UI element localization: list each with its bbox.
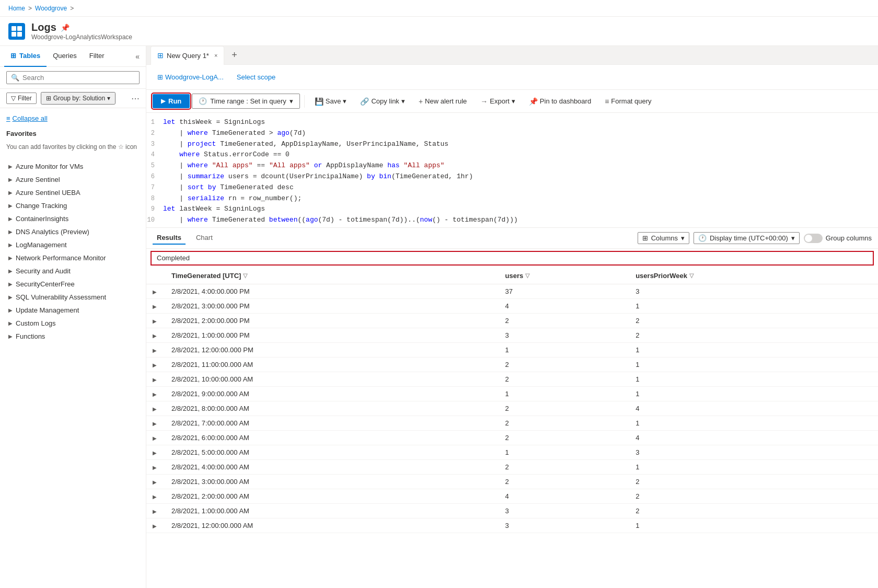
alert-icon: +: [419, 97, 423, 106]
row-expand-icon[interactable]: ▶: [153, 348, 157, 353]
sidebar-tree-item[interactable]: ▶Change Tracking: [0, 199, 146, 212]
sidebar-tree-item[interactable]: ▶Custom Logs: [0, 317, 146, 330]
sidebar-tree-item[interactable]: ▶Azure Monitor for VMs: [0, 160, 146, 173]
users-prior-week-cell: 2: [629, 504, 878, 518]
select-scope-button[interactable]: Select scope: [233, 71, 280, 83]
format-query-button[interactable]: ≡ Format query: [599, 94, 657, 109]
pin-to-dashboard-button[interactable]: 📌 Pin to dashboard: [523, 94, 597, 109]
row-expand-icon[interactable]: ▶: [153, 362, 157, 368]
row-expand-icon[interactable]: ▶: [153, 406, 157, 412]
filter-button[interactable]: ▽ Filter: [6, 93, 37, 104]
code-editor[interactable]: 1let thisWeek = SigninLogs2 | where Time…: [146, 113, 878, 228]
row-expand-icon[interactable]: ▶: [153, 509, 157, 514]
row-expand-icon[interactable]: ▶: [153, 377, 157, 383]
chevron-right-icon: ▶: [8, 320, 13, 326]
columns-selector[interactable]: ⊞ Columns ▾: [638, 232, 689, 244]
table-row: ▶2/8/2021, 1:00:00.000 PM32: [146, 328, 878, 343]
sidebar-filter-row: ▽ Filter ⊞ Group by: Solution ▾ ⋯: [0, 89, 146, 108]
time-generated-cell: 2/8/2021, 7:00:00.000 AM: [165, 416, 499, 431]
workspace-selector[interactable]: ⊞ Woodgrove-LogA...: [153, 71, 228, 84]
line-content: | where TimeGenerated between((ago(7d) -…: [163, 215, 878, 226]
sidebar-tree-item[interactable]: ▶SecurityCenterFree: [0, 278, 146, 291]
query-tab-close[interactable]: ×: [214, 52, 217, 59]
sidebar-tree-item[interactable]: ▶SQL Vulnerability Assessment: [0, 291, 146, 304]
collapse-sidebar-button[interactable]: «: [133, 50, 142, 63]
sidebar-tree-item[interactable]: ▶Update Management: [0, 304, 146, 317]
code-line: 9let lastWeek = SigninLogs: [146, 204, 878, 215]
save-button[interactable]: 💾 Save ▾: [309, 94, 353, 109]
table-column-header[interactable]: users▽: [499, 268, 630, 284]
row-expand-icon[interactable]: ▶: [153, 421, 157, 426]
time-display-selector[interactable]: 🕐 Display time (UTC+00:00) ▾: [694, 232, 800, 244]
results-tab-results[interactable]: Results: [153, 232, 186, 245]
new-alert-rule-button[interactable]: + New alert rule: [413, 94, 472, 109]
row-expand-icon[interactable]: ▶: [153, 435, 157, 441]
line-content: | project TimeGenerated, AppDisplayName,…: [163, 139, 878, 150]
time-range-button[interactable]: 🕐 Time range : Set in query ▾: [192, 94, 299, 109]
copy-link-button[interactable]: 🔗 Copy link ▾: [354, 94, 410, 109]
row-expand-icon[interactable]: ▶: [153, 318, 157, 324]
group-by-button[interactable]: ⊞ Group by: Solution ▾: [41, 92, 115, 105]
table-row: ▶2/8/2021, 1:00:00.000 AM32: [146, 504, 878, 518]
sidebar-tree-item[interactable]: ▶Azure Sentinel: [0, 173, 146, 186]
collapse-all-button[interactable]: ≡ Collapse all: [0, 112, 146, 124]
table-row: ▶2/8/2021, 10:00:00.000 AM21: [146, 372, 878, 387]
column-filter-icon[interactable]: ▽: [525, 272, 529, 279]
users-cell: 2: [499, 416, 630, 431]
chevron-right-icon: ▶: [8, 333, 13, 339]
time-generated-cell: 2/8/2021, 1:00:00.000 AM: [165, 504, 499, 518]
table-column-header[interactable]: TimeGenerated [UTC]▽: [165, 268, 499, 284]
query-tab-new-query[interactable]: ⊞ New Query 1* ×: [151, 46, 224, 65]
chevron-right-icon: ▶: [8, 203, 13, 209]
chevron-right-icon: ▶: [8, 255, 13, 261]
row-expand-icon[interactable]: ▶: [153, 465, 157, 470]
column-filter-icon[interactable]: ▽: [689, 272, 694, 279]
sidebar-tab-filter[interactable]: Filter: [83, 46, 111, 67]
users-cell: 1: [499, 445, 630, 460]
row-expand-icon[interactable]: ▶: [153, 391, 157, 397]
time-generated-cell: 2/8/2021, 2:00:00.000 AM: [165, 489, 499, 504]
play-icon: ▶: [161, 98, 165, 105]
breadcrumb-woodgrove[interactable]: Woodgrove: [35, 5, 67, 12]
export-button[interactable]: → Export ▾: [475, 94, 521, 109]
export-chevron-icon: ▾: [512, 97, 515, 105]
row-expand-icon[interactable]: ▶: [153, 289, 157, 295]
row-expand-icon[interactable]: ▶: [153, 304, 157, 309]
sidebar-tree-item[interactable]: ▶Azure Sentinel UEBA: [0, 186, 146, 199]
row-expand-icon[interactable]: ▶: [153, 523, 157, 529]
group-cols-toggle-switch[interactable]: [804, 234, 823, 243]
sidebar-tab-queries[interactable]: Queries: [47, 46, 83, 67]
code-line: 6 | summarize users = dcount(UserPrincip…: [146, 171, 878, 182]
breadcrumb-home[interactable]: Home: [8, 5, 25, 12]
sidebar-tree-item[interactable]: ▶Security and Audit: [0, 264, 146, 278]
row-expand-icon[interactable]: ▶: [153, 479, 157, 485]
table-row: ▶2/8/2021, 4:00:00.000 AM21: [146, 460, 878, 475]
table-column-header[interactable]: usersPriorWeek▽: [629, 268, 878, 284]
app-title: Logs 📌: [31, 21, 132, 33]
query-tab-icon: ⊞: [157, 51, 164, 60]
more-options-icon[interactable]: ⋯: [131, 94, 140, 103]
sidebar-tree-item[interactable]: ▶ContainerInsights: [0, 212, 146, 225]
pin-icon[interactable]: 📌: [61, 24, 70, 32]
row-expand-icon[interactable]: ▶: [153, 450, 157, 456]
results-tab-chart[interactable]: Chart: [192, 232, 217, 245]
add-query-tab-button[interactable]: +: [227, 48, 241, 63]
table-row: ▶2/8/2021, 7:00:00.000 AM21: [146, 416, 878, 431]
column-filter-icon[interactable]: ▽: [243, 272, 247, 279]
users-cell: 37: [499, 284, 630, 299]
users-cell: 3: [499, 328, 630, 343]
table-row: ▶2/8/2021, 8:00:00.000 AM24: [146, 401, 878, 416]
row-expand-icon[interactable]: ▶: [153, 494, 157, 500]
line-content: | sort by TimeGenerated desc: [163, 182, 878, 193]
table-row: ▶2/8/2021, 2:00:00.000 AM42: [146, 489, 878, 504]
search-input[interactable]: [22, 74, 135, 82]
sidebar-tree-item[interactable]: ▶LogManagement: [0, 238, 146, 251]
sidebar-tree-item[interactable]: ▶DNS Analytics (Preview): [0, 225, 146, 238]
sidebar-tab-tables[interactable]: ⊞ Tables: [4, 46, 47, 67]
sidebar-tree-item[interactable]: ▶Functions: [0, 330, 146, 343]
run-button[interactable]: ▶ Run: [153, 94, 190, 108]
breadcrumb-sep1: >: [28, 5, 32, 12]
users-cell: 2: [499, 431, 630, 445]
sidebar-tree-item[interactable]: ▶Network Performance Monitor: [0, 251, 146, 264]
row-expand-icon[interactable]: ▶: [153, 333, 157, 339]
